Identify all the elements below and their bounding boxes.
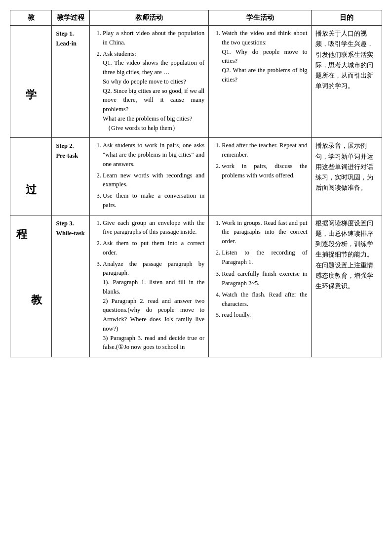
- student-item-3-2: Listen to the recording of Paragraph 1.: [222, 248, 307, 267]
- teacher-item-3-2: Ask them to put them into a correct orde…: [103, 239, 204, 257]
- student-item-2-2: work in pairs, discuss the problems with…: [222, 162, 307, 180]
- student-item-2-1: Read after the teacher. Repeat and remem…: [222, 141, 307, 160]
- step-label-3: Step 3.While-task: [56, 220, 84, 237]
- student-item-3-5: read loudly.: [222, 310, 307, 320]
- jiao-char-1: 学: [10, 26, 52, 138]
- goal-2: 播放录音，展示例句，学习新单词并运用这些单词进行对话练习，实时巩固，为后面阅读做…: [312, 138, 382, 215]
- header-col4: 学生活动: [209, 10, 312, 26]
- jiao-char-3: 程 教: [10, 215, 52, 357]
- teacher-item-3-3: Analyze the passage paragraph by paragra…: [103, 259, 204, 352]
- student-item-3-1: Work in groups. Read fast and put the pa…: [222, 218, 307, 246]
- goal-1: 播放关于人口的视频，吸引学生兴趣，引发他们联系生活实际，思考大城市的问题所在，从…: [312, 26, 382, 138]
- student-item-3-4: Watch the flash. Read after the characte…: [222, 290, 307, 309]
- teacher-activities-3: Give each group an envelope with the fiv…: [90, 215, 209, 357]
- teacher-item-2-1: Ask students to work in pairs, one asks …: [103, 141, 204, 169]
- lesson-plan-table: 教 教学过程 教师活动 学生活动 目的 学 Step 1.Lead-in Pla…: [10, 10, 382, 357]
- table-row-1: 学 Step 1.Lead-in Play a short video abou…: [10, 26, 382, 138]
- table-row-2: 过 Step 2.Pre-task Ask students to work i…: [10, 138, 382, 215]
- step-1-label: Step 1.Lead-in: [52, 26, 90, 138]
- header-col5: 目的: [312, 10, 382, 26]
- header-col1: 教: [10, 10, 52, 26]
- vertical-char-guo: 过: [25, 174, 38, 178]
- student-item-3-3: Read carefully finish exercise in Paragr…: [222, 269, 307, 288]
- step-label-2: Step 2.Pre-task: [56, 142, 78, 159]
- step-2-label: Step 2.Pre-task: [52, 138, 90, 215]
- goal-3: 根据阅读梯度设置问题，由总体速读排序到逐段分析，训练学生捕捉细节的能力。在问题设…: [312, 215, 382, 357]
- teacher-item-2-2: Learn new words with recordings and exam…: [103, 171, 204, 190]
- header-col2: 教学过程: [52, 10, 90, 26]
- teacher-item-1-2: Ask students: Q1. The video shows the po…: [103, 49, 204, 133]
- vertical-char-xue: 学: [25, 80, 38, 84]
- teacher-activities-1: Play a short video about the population …: [90, 26, 209, 138]
- teacher-item-1-1: Play a short video about the population …: [103, 29, 204, 47]
- student-activities-3: Work in groups. Read fast and put the pa…: [209, 215, 312, 357]
- teacher-item-2-3: Use them to make a conversation in pairs…: [103, 191, 204, 210]
- table-row-3: 程 教 Step 3.While-task Give each group an…: [10, 215, 382, 357]
- jiao-char-2: 过: [10, 138, 52, 215]
- student-activities-1: Watch the video and think about the two …: [209, 26, 312, 138]
- step-3-label: Step 3.While-task: [52, 215, 90, 357]
- student-item-1-1: Watch the video and think about the two …: [222, 29, 307, 85]
- step-label: Step 1.Lead-in: [56, 30, 77, 47]
- teacher-item-3-1: Give each group an envelope with the fiv…: [103, 218, 204, 237]
- teacher-activities-2: Ask students to work in pairs, one asks …: [90, 138, 209, 215]
- student-activities-2: Read after the teacher. Repeat and remem…: [209, 138, 312, 215]
- header-col3: 教师活动: [90, 10, 209, 26]
